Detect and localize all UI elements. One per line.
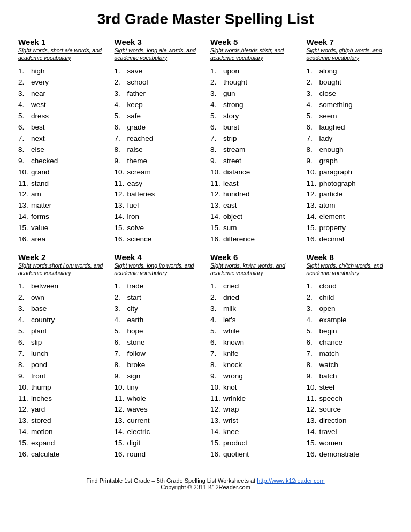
list-item: 15.expand (18, 438, 105, 449)
item-number: 3. (115, 88, 126, 100)
word-list-col4-2: 1.cloud2.child3.open4.example5.begin6.ch… (307, 281, 393, 460)
item-word: let's (223, 315, 236, 326)
list-item: 9.checked (18, 156, 105, 167)
item-number: 3. (18, 88, 30, 100)
item-word: graph (319, 156, 338, 167)
item-word: east (223, 200, 237, 211)
list-item: 14.iron (115, 211, 201, 223)
item-number: 8. (210, 360, 222, 371)
list-item: 9.front (18, 371, 105, 382)
item-number: 8. (18, 360, 30, 371)
item-number: 11. (115, 393, 126, 405)
list-item: 7.next (18, 133, 105, 145)
item-word: matter (31, 200, 51, 211)
item-number: 11. (210, 393, 222, 405)
item-word: near (31, 88, 45, 100)
list-item: 11.least (210, 178, 297, 189)
list-item: 6.slip (18, 337, 105, 348)
item-number: 8. (307, 145, 318, 156)
column-4: Week 7Sight words, gh/ph words, and acad… (305, 37, 395, 468)
item-number: 16. (307, 449, 318, 460)
footer-link[interactable]: http://www.k12reader.com (257, 477, 325, 484)
list-item: 2.own (18, 292, 105, 303)
item-word: product (223, 438, 247, 449)
list-item: 10.knot (210, 382, 297, 393)
item-word: thought (223, 77, 247, 88)
item-word: science (127, 234, 152, 245)
item-number: 9. (18, 371, 30, 382)
item-number: 13. (210, 200, 222, 211)
item-word: sum (223, 223, 237, 234)
week-title-col2-1: Week 3 (115, 37, 201, 47)
item-word: broke (127, 360, 146, 371)
item-number: 9. (115, 156, 126, 167)
list-item: 11.wrinkle (210, 393, 297, 405)
item-word: gun (223, 88, 235, 100)
item-number: 1. (210, 66, 222, 77)
list-item: 9.wrong (210, 371, 297, 382)
item-word: difference (223, 234, 255, 245)
item-word: known (223, 337, 244, 348)
item-number: 7. (18, 133, 30, 145)
item-word: example (319, 315, 347, 326)
list-item: 2.bought (307, 77, 393, 88)
item-word: burst (223, 122, 239, 133)
list-item: 6.laughed (307, 122, 393, 133)
list-item: 1.cloud (307, 281, 393, 292)
week-title-col3-1: Week 5 (210, 37, 297, 47)
list-item: 6.known (210, 337, 297, 348)
column-1: Week 1Sight words, short a/e words, and … (16, 37, 107, 468)
item-number: 10. (307, 167, 318, 178)
list-item: 7.knife (210, 348, 297, 360)
word-list-col3-2: 1.cried2.dried3.milk4.let's5.while6.know… (210, 281, 297, 460)
list-item: 14.element (307, 211, 393, 223)
item-number: 3. (210, 303, 222, 315)
item-word: stream (223, 145, 245, 156)
item-number: 5. (307, 326, 318, 337)
week-subtitle-col1-1: Sight words, short a/e words, and academ… (18, 47, 105, 62)
item-word: every (31, 77, 49, 88)
week-title-col1-1: Week 1 (18, 37, 105, 47)
week-title-col4-2: Week 8 (307, 253, 393, 262)
item-word: quotient (223, 449, 249, 460)
item-word: else (31, 145, 44, 156)
list-item: 4.keep (115, 100, 201, 111)
item-number: 2. (115, 77, 126, 88)
item-word: waves (127, 404, 148, 415)
item-word: hope (127, 326, 143, 337)
week-title-col1-2: Week 2 (18, 253, 105, 262)
item-word: slip (31, 337, 42, 348)
item-word: school (127, 77, 148, 88)
item-number: 11. (210, 178, 222, 189)
item-number: 16. (18, 234, 30, 245)
item-word: front (31, 371, 45, 382)
list-item: 8.enough (307, 145, 393, 156)
list-item: 16.area (18, 234, 105, 245)
item-word: keep (127, 100, 143, 111)
item-word: between (31, 281, 58, 292)
list-item: 2.every (18, 77, 105, 88)
item-word: milk (223, 303, 236, 315)
item-word: sign (127, 371, 141, 382)
item-word: along (319, 66, 337, 77)
column-2: Week 3Sight words, long a/e words, and a… (112, 37, 203, 468)
item-word: electric (127, 427, 150, 438)
item-word: batch (319, 371, 337, 382)
item-word: next (31, 133, 45, 145)
item-word: solve (127, 223, 144, 234)
item-word: strip (223, 133, 237, 145)
list-item: 2.dried (210, 292, 297, 303)
list-item: 16.demonstrate (307, 449, 393, 460)
list-item: 3.city (115, 303, 201, 315)
item-word: fuel (127, 200, 139, 211)
item-number: 10. (210, 167, 222, 178)
item-number: 7. (210, 133, 222, 145)
list-item: 4.earth (115, 315, 201, 326)
item-number: 9. (210, 156, 222, 167)
word-list-col3-1: 1.upon2.thought3.gun4.strong5.story6.bur… (210, 66, 297, 245)
item-word: thump (31, 382, 51, 393)
item-word: photograph (319, 178, 356, 189)
list-item: 15.value (18, 223, 105, 234)
item-word: inches (31, 393, 52, 405)
list-item: 7.reached (115, 133, 201, 145)
